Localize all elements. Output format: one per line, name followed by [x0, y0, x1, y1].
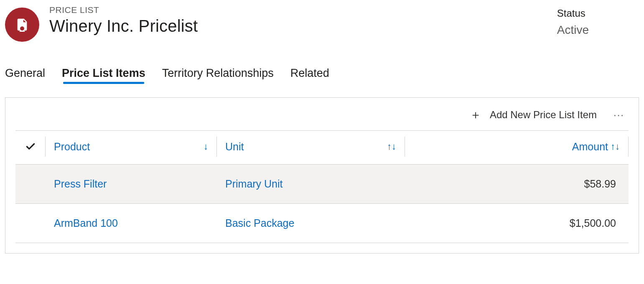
- sort-desc-icon: ↓: [204, 141, 208, 152]
- table-row[interactable]: Press Filter Primary Unit $58.99: [15, 165, 629, 204]
- column-header-product[interactable]: Product ↓: [46, 137, 217, 157]
- column-header-amount[interactable]: Amount ↑↓: [405, 137, 629, 157]
- status-label: Status: [557, 8, 589, 19]
- record-title: Winery Inc. Pricelist: [49, 17, 547, 36]
- select-all-column[interactable]: [15, 137, 46, 157]
- entity-avatar-icon: [5, 8, 39, 42]
- record-header: PRICE LIST Winery Inc. Pricelist Status …: [5, 5, 639, 42]
- cell-product[interactable]: Press Filter: [46, 178, 217, 190]
- table-row[interactable]: ArmBand 100 Basic Package $1,500.00: [15, 204, 629, 243]
- cell-amount: $1,500.00: [405, 217, 629, 229]
- column-label: Amount: [572, 141, 608, 153]
- tab-bar: General Price List Items Territory Relat…: [5, 67, 639, 83]
- sort-icon: ↑↓: [611, 141, 620, 152]
- checkmark-icon: [25, 141, 36, 152]
- pricelist-icon: [15, 18, 29, 32]
- tab-territory-relationships[interactable]: Territory Relationships: [162, 67, 274, 83]
- cell-amount: $58.99: [405, 178, 629, 190]
- grid-header-row: Product ↓ Unit ↑↓ Amount ↑↓: [15, 131, 629, 165]
- plus-icon: ＋: [470, 107, 481, 123]
- column-label: Unit: [225, 141, 244, 153]
- column-header-unit[interactable]: Unit ↑↓: [217, 137, 405, 157]
- subgrid-toolbar: ＋ Add New Price List Item ···: [15, 102, 629, 131]
- tab-related[interactable]: Related: [290, 67, 329, 83]
- more-commands-button[interactable]: ···: [613, 109, 624, 121]
- column-label: Product: [54, 141, 90, 153]
- subgrid-panel: ＋ Add New Price List Item ··· Product ↓ …: [5, 97, 639, 254]
- status-value: Active: [557, 23, 589, 37]
- cell-unit[interactable]: Primary Unit: [217, 178, 405, 190]
- status-block: Status Active: [557, 5, 639, 37]
- cell-unit[interactable]: Basic Package: [217, 217, 405, 229]
- cell-product[interactable]: ArmBand 100: [46, 217, 217, 229]
- tab-general[interactable]: General: [5, 67, 45, 83]
- title-block: PRICE LIST Winery Inc. Pricelist: [49, 5, 547, 36]
- tab-price-list-items[interactable]: Price List Items: [62, 67, 145, 83]
- sort-icon: ↑↓: [387, 141, 396, 152]
- add-button-label: Add New Price List Item: [490, 109, 597, 121]
- entity-type-label: PRICE LIST: [49, 5, 547, 15]
- add-new-price-list-item-button[interactable]: ＋ Add New Price List Item: [470, 107, 597, 123]
